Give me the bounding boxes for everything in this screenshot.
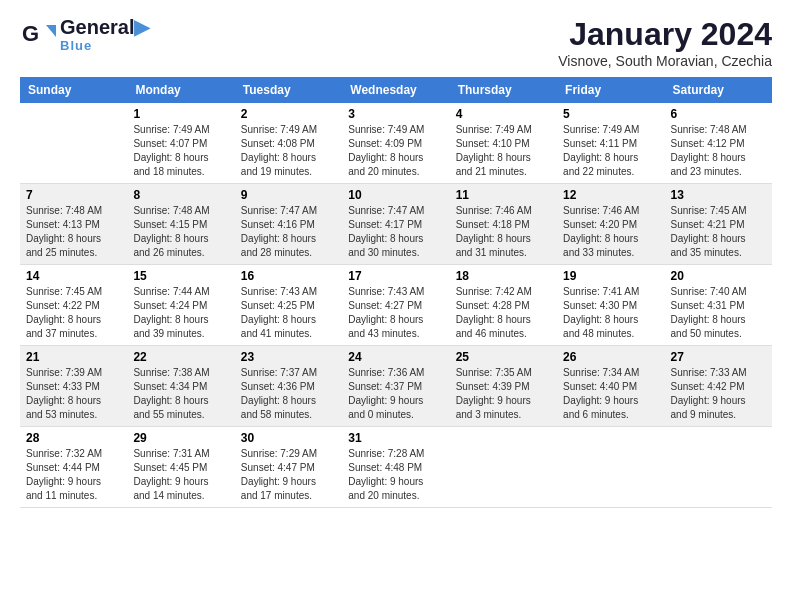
- day-number: 28: [26, 431, 121, 445]
- day-cell: [450, 427, 557, 508]
- day-info: Sunrise: 7:48 AMSunset: 4:15 PMDaylight:…: [133, 204, 228, 260]
- day-number: 5: [563, 107, 658, 121]
- day-number: 31: [348, 431, 443, 445]
- day-cell: 4Sunrise: 7:49 AMSunset: 4:10 PMDaylight…: [450, 103, 557, 184]
- day-info: Sunrise: 7:41 AMSunset: 4:30 PMDaylight:…: [563, 285, 658, 341]
- day-cell: 29Sunrise: 7:31 AMSunset: 4:45 PMDayligh…: [127, 427, 234, 508]
- svg-text:G: G: [22, 21, 39, 46]
- day-number: 9: [241, 188, 336, 202]
- day-cell: 18Sunrise: 7:42 AMSunset: 4:28 PMDayligh…: [450, 265, 557, 346]
- day-number: 7: [26, 188, 121, 202]
- day-info: Sunrise: 7:29 AMSunset: 4:47 PMDaylight:…: [241, 447, 336, 503]
- day-number: 29: [133, 431, 228, 445]
- day-number: 18: [456, 269, 551, 283]
- day-cell: 11Sunrise: 7:46 AMSunset: 4:18 PMDayligh…: [450, 184, 557, 265]
- week-row-5: 28Sunrise: 7:32 AMSunset: 4:44 PMDayligh…: [20, 427, 772, 508]
- day-info: Sunrise: 7:45 AMSunset: 4:21 PMDaylight:…: [671, 204, 766, 260]
- day-cell: 15Sunrise: 7:44 AMSunset: 4:24 PMDayligh…: [127, 265, 234, 346]
- day-number: 21: [26, 350, 121, 364]
- day-number: 22: [133, 350, 228, 364]
- day-info: Sunrise: 7:42 AMSunset: 4:28 PMDaylight:…: [456, 285, 551, 341]
- day-cell: 17Sunrise: 7:43 AMSunset: 4:27 PMDayligh…: [342, 265, 449, 346]
- col-wednesday: Wednesday: [342, 77, 449, 103]
- day-cell: 1Sunrise: 7:49 AMSunset: 4:07 PMDaylight…: [127, 103, 234, 184]
- day-number: 19: [563, 269, 658, 283]
- day-cell: 28Sunrise: 7:32 AMSunset: 4:44 PMDayligh…: [20, 427, 127, 508]
- day-number: 14: [26, 269, 121, 283]
- day-cell: 31Sunrise: 7:28 AMSunset: 4:48 PMDayligh…: [342, 427, 449, 508]
- day-cell: 13Sunrise: 7:45 AMSunset: 4:21 PMDayligh…: [665, 184, 772, 265]
- day-number: 17: [348, 269, 443, 283]
- calendar-table: Sunday Monday Tuesday Wednesday Thursday…: [20, 77, 772, 508]
- day-info: Sunrise: 7:36 AMSunset: 4:37 PMDaylight:…: [348, 366, 443, 422]
- day-info: Sunrise: 7:46 AMSunset: 4:20 PMDaylight:…: [563, 204, 658, 260]
- day-info: Sunrise: 7:37 AMSunset: 4:36 PMDaylight:…: [241, 366, 336, 422]
- day-cell: 9Sunrise: 7:47 AMSunset: 4:16 PMDaylight…: [235, 184, 342, 265]
- col-thursday: Thursday: [450, 77, 557, 103]
- day-info: Sunrise: 7:34 AMSunset: 4:40 PMDaylight:…: [563, 366, 658, 422]
- day-number: 12: [563, 188, 658, 202]
- day-info: Sunrise: 7:43 AMSunset: 4:25 PMDaylight:…: [241, 285, 336, 341]
- day-info: Sunrise: 7:49 AMSunset: 4:10 PMDaylight:…: [456, 123, 551, 179]
- week-row-3: 14Sunrise: 7:45 AMSunset: 4:22 PMDayligh…: [20, 265, 772, 346]
- week-row-2: 7Sunrise: 7:48 AMSunset: 4:13 PMDaylight…: [20, 184, 772, 265]
- day-number: 20: [671, 269, 766, 283]
- day-cell: 24Sunrise: 7:36 AMSunset: 4:37 PMDayligh…: [342, 346, 449, 427]
- day-info: Sunrise: 7:43 AMSunset: 4:27 PMDaylight:…: [348, 285, 443, 341]
- col-sunday: Sunday: [20, 77, 127, 103]
- day-info: Sunrise: 7:49 AMSunset: 4:08 PMDaylight:…: [241, 123, 336, 179]
- day-cell: 21Sunrise: 7:39 AMSunset: 4:33 PMDayligh…: [20, 346, 127, 427]
- day-cell: 20Sunrise: 7:40 AMSunset: 4:31 PMDayligh…: [665, 265, 772, 346]
- day-cell: 30Sunrise: 7:29 AMSunset: 4:47 PMDayligh…: [235, 427, 342, 508]
- logo: G General▶ Blue: [20, 16, 149, 53]
- col-tuesday: Tuesday: [235, 77, 342, 103]
- col-monday: Monday: [127, 77, 234, 103]
- day-cell: 16Sunrise: 7:43 AMSunset: 4:25 PMDayligh…: [235, 265, 342, 346]
- day-number: 15: [133, 269, 228, 283]
- day-number: 25: [456, 350, 551, 364]
- day-info: Sunrise: 7:46 AMSunset: 4:18 PMDaylight:…: [456, 204, 551, 260]
- location: Visnove, South Moravian, Czechia: [558, 53, 772, 69]
- day-cell: 27Sunrise: 7:33 AMSunset: 4:42 PMDayligh…: [665, 346, 772, 427]
- day-cell: 23Sunrise: 7:37 AMSunset: 4:36 PMDayligh…: [235, 346, 342, 427]
- col-saturday: Saturday: [665, 77, 772, 103]
- day-number: 11: [456, 188, 551, 202]
- day-cell: 7Sunrise: 7:48 AMSunset: 4:13 PMDaylight…: [20, 184, 127, 265]
- day-number: 2: [241, 107, 336, 121]
- day-info: Sunrise: 7:32 AMSunset: 4:44 PMDaylight:…: [26, 447, 121, 503]
- week-row-1: 1Sunrise: 7:49 AMSunset: 4:07 PMDaylight…: [20, 103, 772, 184]
- day-info: Sunrise: 7:33 AMSunset: 4:42 PMDaylight:…: [671, 366, 766, 422]
- day-number: 27: [671, 350, 766, 364]
- day-info: Sunrise: 7:38 AMSunset: 4:34 PMDaylight:…: [133, 366, 228, 422]
- day-cell: 14Sunrise: 7:45 AMSunset: 4:22 PMDayligh…: [20, 265, 127, 346]
- day-number: 3: [348, 107, 443, 121]
- day-number: 6: [671, 107, 766, 121]
- day-number: 4: [456, 107, 551, 121]
- day-cell: 19Sunrise: 7:41 AMSunset: 4:30 PMDayligh…: [557, 265, 664, 346]
- day-number: 30: [241, 431, 336, 445]
- logo-blue: Blue: [60, 38, 149, 53]
- day-cell: 2Sunrise: 7:49 AMSunset: 4:08 PMDaylight…: [235, 103, 342, 184]
- day-number: 26: [563, 350, 658, 364]
- day-number: 1: [133, 107, 228, 121]
- day-cell: 5Sunrise: 7:49 AMSunset: 4:11 PMDaylight…: [557, 103, 664, 184]
- day-number: 8: [133, 188, 228, 202]
- day-cell: 12Sunrise: 7:46 AMSunset: 4:20 PMDayligh…: [557, 184, 664, 265]
- day-info: Sunrise: 7:49 AMSunset: 4:07 PMDaylight:…: [133, 123, 228, 179]
- day-cell: [665, 427, 772, 508]
- day-info: Sunrise: 7:44 AMSunset: 4:24 PMDaylight:…: [133, 285, 228, 341]
- header: G General▶ Blue January 2024 Visnove, So…: [20, 16, 772, 69]
- title-block: January 2024 Visnove, South Moravian, Cz…: [558, 16, 772, 69]
- day-info: Sunrise: 7:35 AMSunset: 4:39 PMDaylight:…: [456, 366, 551, 422]
- week-row-4: 21Sunrise: 7:39 AMSunset: 4:33 PMDayligh…: [20, 346, 772, 427]
- day-info: Sunrise: 7:40 AMSunset: 4:31 PMDaylight:…: [671, 285, 766, 341]
- day-cell: 25Sunrise: 7:35 AMSunset: 4:39 PMDayligh…: [450, 346, 557, 427]
- day-info: Sunrise: 7:31 AMSunset: 4:45 PMDaylight:…: [133, 447, 228, 503]
- day-number: 13: [671, 188, 766, 202]
- day-cell: [557, 427, 664, 508]
- day-info: Sunrise: 7:48 AMSunset: 4:13 PMDaylight:…: [26, 204, 121, 260]
- day-info: Sunrise: 7:47 AMSunset: 4:16 PMDaylight:…: [241, 204, 336, 260]
- month-title: January 2024: [558, 16, 772, 53]
- day-number: 16: [241, 269, 336, 283]
- day-cell: 3Sunrise: 7:49 AMSunset: 4:09 PMDaylight…: [342, 103, 449, 184]
